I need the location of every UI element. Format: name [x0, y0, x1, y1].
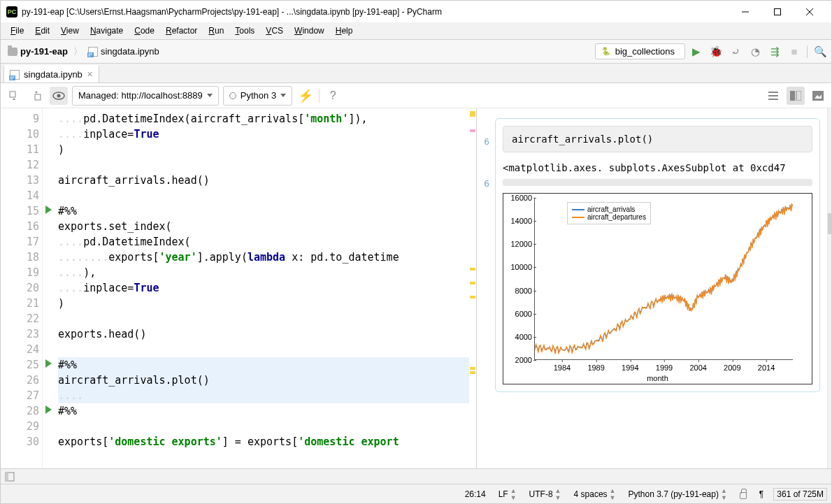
- menu-vcs[interactable]: VCS: [260, 24, 289, 38]
- status-indent[interactable]: 4 spaces▲▼: [571, 487, 619, 501]
- chart-xlabel: month: [506, 374, 809, 382]
- add-cell-below-button[interactable]: [5, 87, 23, 105]
- breadcrumb-project[interactable]: py-191-eap: [5, 45, 71, 58]
- menu-run[interactable]: Run: [203, 24, 229, 38]
- svg-rect-13: [790, 91, 795, 101]
- maximize-button[interactable]: [761, 1, 794, 22]
- debug-button[interactable]: 🐞: [709, 45, 723, 59]
- output-gutter: 6 6: [477, 108, 492, 468]
- close-tab-icon[interactable]: ✕: [87, 70, 93, 79]
- line-gutter[interactable]: 9101112131415161718192021222324252627282…: [1, 108, 43, 468]
- app-icon: PC: [6, 6, 17, 17]
- status-line-ending[interactable]: LF▲▼: [496, 487, 519, 501]
- main-area: 9101112131415161718192021222324252627282…: [1, 108, 831, 468]
- chart-legend: aircraft_arrivalsaircraft_departures: [567, 202, 651, 224]
- menu-edit[interactable]: Edit: [29, 24, 55, 38]
- stop-button: ■: [787, 45, 801, 59]
- status-goto[interactable]: ¶: [756, 489, 766, 499]
- minimize-button[interactable]: [729, 1, 761, 22]
- profile-button[interactable]: ◔: [748, 45, 762, 59]
- scrollbar-placeholder[interactable]: [503, 179, 812, 186]
- output-cell: aircraft_arrivals.plot() <matplotlib.axe…: [495, 118, 820, 392]
- window-title: py-191-eap [C:\Users\Ernst.Haagsman\Pych…: [22, 7, 729, 17]
- menu-navigate[interactable]: Navigate: [85, 24, 129, 38]
- status-memory[interactable]: 361 of 725M: [773, 488, 827, 501]
- view-image-button[interactable]: [809, 87, 827, 105]
- marker-gutter[interactable]: [469, 108, 476, 468]
- svg-rect-6: [35, 94, 41, 100]
- breadcrumb: py-191-eap 〉 singdata.ipynb: [5, 45, 595, 58]
- run-button[interactable]: ▶: [689, 45, 703, 59]
- menu-code[interactable]: Code: [129, 24, 160, 38]
- kernel-selector[interactable]: Python 3: [223, 86, 292, 106]
- svg-rect-18: [6, 473, 8, 481]
- coverage-button[interactable]: ⤾: [729, 45, 743, 59]
- run-config-name: big_collections: [615, 46, 675, 57]
- output-code: aircraft_arrivals.plot(): [503, 126, 812, 152]
- minimap-scrollbar[interactable]: [827, 108, 831, 468]
- breadcrumb-file[interactable]: singdata.ipynb: [85, 45, 162, 58]
- folder-icon: [8, 48, 17, 56]
- view-list-button[interactable]: [764, 87, 782, 105]
- preview-button[interactable]: [50, 87, 68, 105]
- help-button[interactable]: ?: [324, 87, 342, 105]
- tab-label: singdata.ipynb: [24, 69, 83, 80]
- view-split-button[interactable]: [787, 87, 805, 105]
- lock-icon: [740, 492, 747, 499]
- server-label: Managed: http://localhost:8889: [78, 90, 203, 101]
- status-encoding[interactable]: UTF-8▲▼: [526, 487, 564, 501]
- output-repr: <matplotlib.axes._subplots.AxesSubplot a…: [503, 162, 812, 173]
- chevron-down-icon: [207, 94, 213, 97]
- menu-bar: FileEditViewNavigateCodeRefactorRunTools…: [1, 22, 831, 40]
- notebook-icon: [10, 70, 20, 80]
- editor-pane: 9101112131415161718192021222324252627282…: [1, 108, 477, 468]
- svg-marker-7: [35, 92, 38, 94]
- menu-view[interactable]: View: [55, 24, 85, 38]
- menu-help[interactable]: Help: [330, 24, 359, 38]
- menu-window[interactable]: Window: [289, 24, 330, 38]
- tool-window-icon[interactable]: [5, 472, 15, 482]
- notebook-icon: [88, 47, 98, 57]
- kernel-status-icon: [229, 92, 236, 99]
- svg-rect-4: [10, 92, 15, 97]
- notebook-toolbar: Managed: http://localhost:8889 Python 3 …: [1, 83, 831, 108]
- menu-file[interactable]: File: [5, 24, 29, 38]
- editor-tab-active[interactable]: singdata.ipynb ✕: [3, 65, 99, 82]
- svg-point-9: [57, 94, 61, 97]
- editor-tabs: singdata.ipynb ✕: [1, 64, 831, 83]
- concurrency-button[interactable]: ⇶: [768, 45, 782, 59]
- navigation-toolbar: py-191-eap 〉 singdata.ipynb 🐍 big_collec…: [1, 40, 831, 64]
- title-bar: PC py-191-eap [C:\Users\Ernst.Haagsman\P…: [1, 1, 831, 22]
- svg-marker-5: [13, 98, 15, 100]
- server-selector[interactable]: Managed: http://localhost:8889: [72, 86, 219, 106]
- menu-refactor[interactable]: Refactor: [160, 24, 203, 38]
- output-pane: 6 6 aircraft_arrivals.plot() <matplotlib…: [477, 108, 831, 468]
- status-readonly[interactable]: [737, 489, 749, 499]
- menu-tools[interactable]: Tools: [229, 24, 260, 38]
- add-cell-above-button[interactable]: [27, 87, 45, 105]
- svg-rect-14: [796, 91, 801, 101]
- code-editor[interactable]: ....pd.DatetimeIndex(aircraft_arrivals['…: [43, 108, 469, 468]
- svg-rect-1: [775, 8, 781, 15]
- chart: aircraft_arrivalsaircraft_departures 200…: [503, 193, 812, 384]
- kernel-label: Python 3: [241, 90, 276, 101]
- interrupt-kernel-button[interactable]: ⚡: [296, 87, 315, 105]
- status-interpreter[interactable]: Python 3.7 (py-191-eap)▲▼: [625, 487, 729, 501]
- tool-window-strip[interactable]: [1, 468, 831, 484]
- python-icon: 🐍: [601, 47, 611, 56]
- status-position[interactable]: 26:14: [462, 489, 489, 499]
- close-button[interactable]: [794, 1, 826, 22]
- run-config-selector[interactable]: 🐍 big_collections: [595, 43, 685, 59]
- status-bar: 26:14 LF▲▼ UTF-8▲▼ 4 spaces▲▼ Python 3.7…: [1, 484, 831, 503]
- search-everywhere-button[interactable]: 🔍: [813, 45, 827, 59]
- chevron-down-icon: [280, 94, 286, 97]
